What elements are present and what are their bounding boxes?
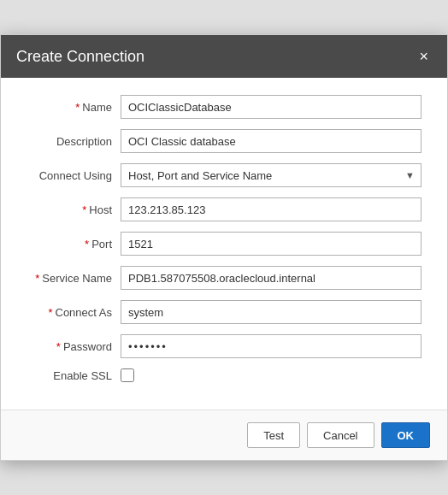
description-input[interactable] <box>121 129 421 153</box>
port-required-star: * <box>85 238 89 250</box>
connect-using-select[interactable]: Host, Port and Service Name TNS JDBC URL <box>121 163 421 187</box>
ok-button[interactable]: OK <box>381 422 431 448</box>
dialog-footer: Test Cancel OK <box>1 410 447 460</box>
name-required-star: * <box>75 101 80 114</box>
port-row: *Port <box>27 232 421 256</box>
connect-using-select-wrapper: Host, Port and Service Name TNS JDBC URL… <box>121 163 421 187</box>
host-label: *Host <box>27 203 121 216</box>
dialog-title: Create Connection <box>16 48 144 66</box>
service-name-required-star: * <box>35 272 39 285</box>
connect-as-label: *Connect As <box>27 306 121 319</box>
dialog-header: Create Connection × <box>1 35 447 78</box>
password-row: *Password <box>27 334 421 358</box>
description-label: Description <box>27 135 121 148</box>
create-connection-dialog: Create Connection × *Name Description Co… <box>0 34 448 461</box>
host-row: *Host <box>27 197 421 221</box>
connect-as-row: *Connect As <box>27 300 421 324</box>
service-name-row: *Service Name <box>27 266 421 290</box>
password-required-star: * <box>56 340 61 353</box>
connect-using-row: Connect Using Host, Port and Service Nam… <box>27 163 421 187</box>
test-button[interactable]: Test <box>247 422 300 448</box>
cancel-button[interactable]: Cancel <box>307 422 374 448</box>
description-row: Description <box>27 129 421 153</box>
connect-as-required-star: * <box>48 306 52 319</box>
host-required-star: * <box>82 203 86 216</box>
port-label: *Port <box>27 238 121 250</box>
enable-ssl-checkbox[interactable] <box>121 368 134 382</box>
enable-ssl-label: Enable SSL <box>27 369 121 382</box>
close-button[interactable]: × <box>416 47 432 66</box>
enable-ssl-checkbox-wrapper <box>121 368 134 382</box>
name-row: *Name <box>27 95 421 119</box>
host-input[interactable] <box>121 197 421 221</box>
name-label: *Name <box>27 101 121 114</box>
connect-as-input[interactable] <box>121 300 421 324</box>
password-label: *Password <box>27 340 121 353</box>
service-name-input[interactable] <box>121 266 421 290</box>
port-input[interactable] <box>121 232 421 256</box>
enable-ssl-row: Enable SSL <box>27 368 421 382</box>
password-input[interactable] <box>121 334 421 358</box>
name-input[interactable] <box>121 95 421 119</box>
connect-using-label: Connect Using <box>27 169 121 182</box>
dialog-body: *Name Description Connect Using Host, Po… <box>1 78 447 410</box>
service-name-label: *Service Name <box>27 272 121 285</box>
